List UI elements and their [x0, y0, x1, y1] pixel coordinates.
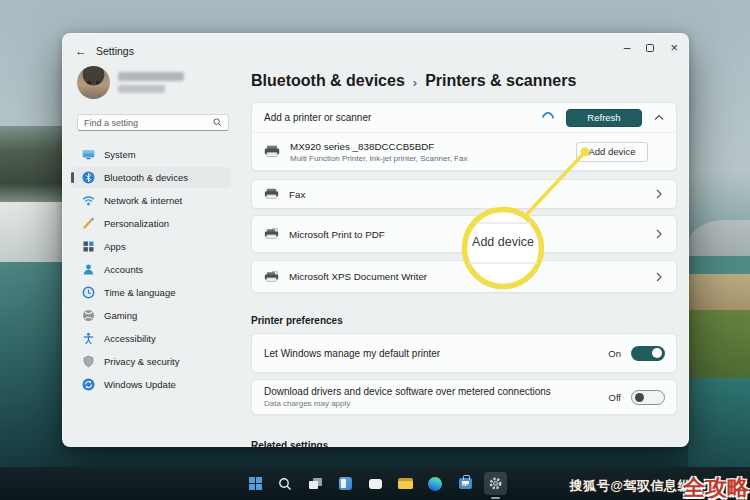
settings-window: ← Settings – × [62, 33, 689, 447]
add-printer-header-row: Add a printer or scanner Refresh [252, 103, 676, 133]
chevron-right-icon [656, 229, 662, 239]
toggle-state-label: Off [609, 392, 622, 403]
printer-icon [264, 188, 279, 200]
windows-logo-icon [249, 477, 262, 490]
printer-row-label: Fax [289, 189, 305, 200]
add-device-button[interactable]: Add device [576, 142, 648, 162]
chat-icon [369, 479, 382, 489]
printer-icon [264, 228, 279, 240]
close-button[interactable]: × [670, 43, 678, 53]
widgets-button[interactable] [334, 472, 357, 495]
person-icon [81, 263, 95, 277]
loading-spinner-icon [540, 109, 557, 126]
printer-row-fax[interactable]: Fax [251, 179, 677, 209]
sidebar-item-personalization[interactable]: Personalization [71, 213, 231, 234]
printer-row-xps-writer[interactable]: Microsoft XPS Document Writer [251, 260, 677, 293]
sidebar-item-network-internet[interactable]: Network & internet [71, 190, 231, 211]
edge-button[interactable] [424, 472, 447, 495]
metered-download-toggle[interactable] [631, 390, 665, 405]
gear-icon [488, 476, 503, 491]
sidebar-item-time-language[interactable]: Time & language [71, 282, 231, 303]
discovered-device-row: MX920 series _838DCCCB5BDF Multi Functio… [252, 133, 676, 170]
breadcrumb-separator-icon: › [413, 73, 417, 90]
printer-row-label: Microsoft XPS Document Writer [289, 271, 427, 282]
start-button[interactable] [244, 472, 267, 495]
sidebar-item-system[interactable]: System [71, 144, 231, 165]
chat-button[interactable] [364, 472, 387, 495]
sidebar-item-apps[interactable]: Apps [71, 236, 231, 257]
widgets-icon [339, 477, 352, 490]
pref-sublabel: Data charges may apply [264, 399, 551, 408]
printer-icon [264, 271, 279, 283]
shield-icon [81, 355, 95, 369]
refresh-button[interactable]: Refresh [566, 109, 642, 127]
update-icon [81, 378, 95, 392]
store-button[interactable] [454, 472, 477, 495]
pref-label: Let Windows manage my default printer [264, 348, 440, 359]
breadcrumb-root[interactable]: Bluetooth & devices [251, 72, 405, 90]
printer-icon [264, 145, 280, 158]
brush-icon [81, 217, 95, 231]
apps-icon [81, 240, 95, 254]
breadcrumb-current: Printers & scanners [425, 72, 576, 90]
main-content: Bluetooth & devices › Printers & scanner… [251, 64, 677, 451]
add-printer-label: Add a printer or scanner [264, 112, 371, 123]
toggle-state-label: On [608, 348, 621, 359]
sidebar-item-accounts[interactable]: Accounts [71, 259, 231, 280]
printer-row-label: Microsoft Print to PDF [289, 229, 385, 240]
user-account [71, 64, 231, 99]
sidebar-item-gaming[interactable]: Gaming [71, 305, 231, 326]
xbox-icon [81, 309, 95, 323]
minimize-button[interactable]: – [624, 44, 631, 52]
collapse-chevron-icon[interactable] [654, 114, 664, 121]
user-name-redacted [118, 72, 184, 93]
store-icon [459, 478, 472, 489]
sidebar-nav: System Bluetooth & devices Network & int… [71, 144, 231, 395]
system-icon [81, 148, 95, 162]
sidebar-item-windows-update[interactable]: Windows Update [71, 374, 231, 395]
back-button[interactable]: ← [75, 44, 87, 58]
default-printer-toggle[interactable] [631, 346, 665, 361]
related-settings-heading: Related settings [251, 440, 677, 451]
pref-label: Download drivers and device software ove… [264, 386, 551, 397]
task-view-icon [309, 478, 322, 489]
wifi-icon [81, 194, 95, 208]
folder-icon [398, 478, 413, 489]
default-printer-pref-row: Let Windows manage my default printer On [251, 333, 677, 373]
sidebar: System Bluetooth & devices Network & int… [71, 64, 231, 395]
sidebar-item-bluetooth-devices[interactable]: Bluetooth & devices [71, 167, 231, 188]
chevron-right-icon [656, 189, 662, 199]
search-icon [213, 118, 222, 127]
device-description: Multi Function Printer, Ink-jet printer,… [290, 154, 467, 163]
add-printer-card: Add a printer or scanner Refresh MX920 s… [251, 102, 677, 171]
search-input[interactable] [84, 118, 213, 128]
file-explorer-button[interactable] [394, 472, 417, 495]
device-name: MX920 series _838DCCCB5BDF [290, 141, 467, 152]
search-box[interactable] [77, 114, 229, 131]
search-icon [278, 477, 292, 491]
taskbar-settings-button[interactable] [484, 472, 507, 495]
chevron-right-icon [656, 272, 662, 282]
printer-preferences-heading: Printer preferences [251, 315, 677, 326]
sidebar-item-accessibility[interactable]: Accessibility [71, 328, 231, 349]
wallpaper-right-scenery [688, 0, 750, 500]
breadcrumb: Bluetooth & devices › Printers & scanner… [251, 72, 677, 90]
bluetooth-icon [81, 171, 95, 185]
desktop-background: ← Settings – × [0, 0, 750, 500]
titlebar[interactable]: ← Settings – × [63, 34, 688, 60]
edge-icon [428, 477, 442, 491]
taskbar [0, 467, 750, 500]
wallpaper-left-scenery [0, 0, 66, 500]
printer-row-print-to-pdf[interactable]: Microsoft Print to PDF [251, 215, 677, 253]
clock-icon [81, 286, 95, 300]
avatar [77, 66, 110, 99]
taskbar-search-button[interactable] [274, 472, 297, 495]
maximize-button[interactable] [646, 44, 654, 52]
window-title: Settings [96, 45, 134, 57]
task-view-button[interactable] [304, 472, 327, 495]
sidebar-item-privacy-security[interactable]: Privacy & security [71, 351, 231, 372]
metered-download-pref-row: Download drivers and device software ove… [251, 379, 677, 415]
accessibility-icon [81, 332, 95, 346]
